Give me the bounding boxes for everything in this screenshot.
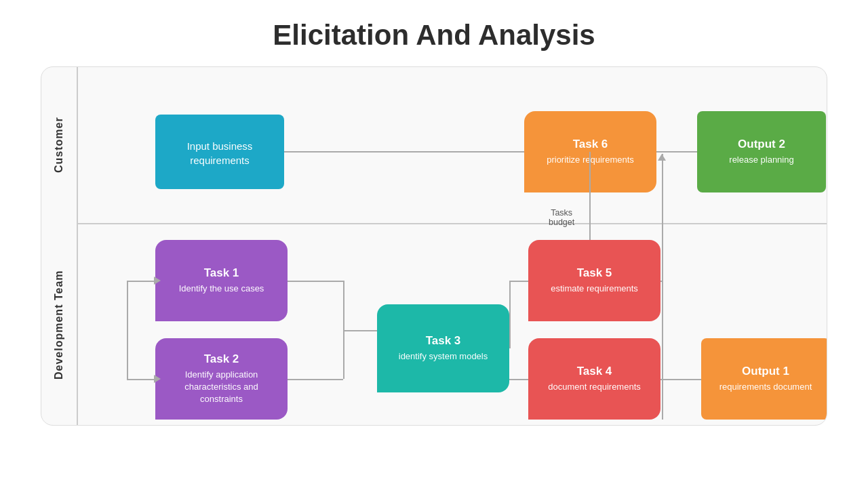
task3-card: Task 3 identify system models bbox=[377, 304, 509, 392]
arrowhead-task1 bbox=[154, 277, 161, 285]
arrow-task2-to-mid bbox=[288, 379, 343, 380]
arrow-in-task2 bbox=[127, 379, 155, 380]
arrow-task3-to-task4 bbox=[509, 379, 530, 380]
connector-v-right bbox=[662, 281, 663, 420]
arrow-task4-to-output1 bbox=[660, 379, 703, 380]
lane-label-devteam: Development Team bbox=[41, 223, 77, 426]
tasks-budget-label: Tasks budget bbox=[549, 208, 574, 227]
connector-v-to-task6 bbox=[589, 152, 591, 240]
connector-v-left bbox=[127, 281, 128, 379]
content-area: Input business requirements Task 6 prior… bbox=[81, 67, 827, 425]
page-title: Elicitation And Analysis bbox=[273, 19, 595, 52]
arrow-input-to-task6-h bbox=[284, 151, 526, 152]
task5-card: Task 5 estimate requirements bbox=[528, 240, 660, 321]
arrow-in-task1 bbox=[127, 281, 155, 282]
output1-card: Output 1 requirements document bbox=[701, 338, 827, 420]
connector-v-task3-split bbox=[509, 281, 511, 348]
output2-card: Output 2 release planning bbox=[697, 111, 826, 192]
arrowhead-up-to-task6 bbox=[658, 154, 666, 161]
label-border bbox=[77, 67, 78, 425]
arrow-up-to-task6-v bbox=[662, 154, 663, 281]
arrow-mid-to-task3 bbox=[343, 330, 378, 331]
diagram-container: Customer Development Team Input business… bbox=[41, 66, 827, 426]
task4-card: Task 4 document requirements bbox=[528, 338, 660, 420]
arrow-task6-output2 bbox=[656, 151, 698, 152]
arrowhead-task2 bbox=[154, 375, 161, 383]
task2-card: Task 2 Identify application characterist… bbox=[155, 338, 288, 420]
arrow-task3-to-task5 bbox=[509, 281, 530, 282]
input-business-card: Input business requirements bbox=[155, 115, 284, 189]
arrow-task1-to-mid bbox=[288, 281, 343, 282]
task1-card: Task 1 Identify the use cases bbox=[155, 240, 288, 321]
arrow-task5-right bbox=[660, 281, 662, 282]
lane-label-customer: Customer bbox=[41, 67, 77, 223]
